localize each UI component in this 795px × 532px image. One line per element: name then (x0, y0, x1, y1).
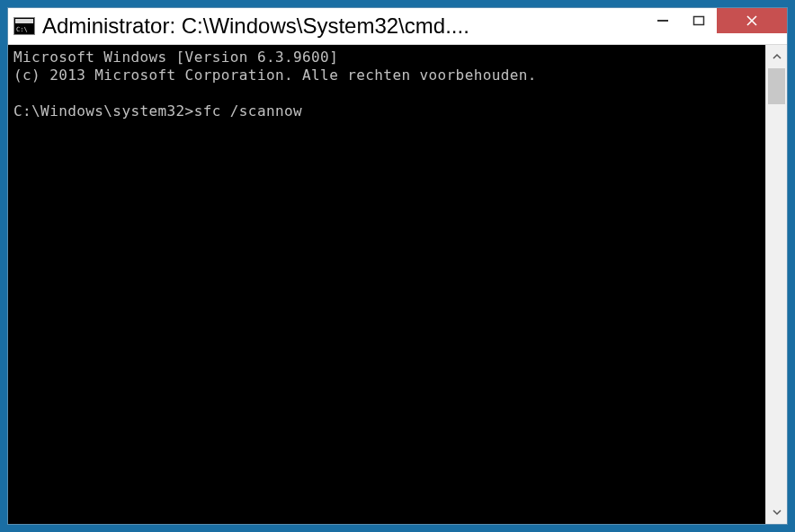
chevron-down-icon (773, 508, 782, 517)
close-button[interactable] (717, 8, 787, 33)
console-area: Microsoft Windows [Version 6.3.9600] (c)… (8, 44, 787, 524)
cmd-icon: C:\ (13, 17, 35, 35)
prompt-path: C:\Windows\system32> (13, 102, 194, 120)
version-line: Microsoft Windows [Version 6.3.9600] (13, 49, 338, 66)
title-bar[interactable]: C:\ Administrator: C:\Windows\System32\c… (8, 8, 787, 44)
prompt-line: C:\Windows\system32>sfc /scannow (13, 102, 302, 120)
typed-command: sfc /scannow (194, 102, 302, 120)
scrollbar-track[interactable] (766, 68, 787, 501)
svg-rect-1 (694, 17, 704, 25)
maximize-button[interactable] (681, 8, 717, 33)
window-title: Administrator: C:\Windows\System32\cmd..… (42, 13, 645, 39)
vertical-scrollbar[interactable] (765, 45, 787, 524)
cmd-window: C:\ Administrator: C:\Windows\System32\c… (7, 7, 788, 525)
outer-frame: C:\ Administrator: C:\Windows\System32\c… (0, 0, 795, 532)
window-controls (645, 8, 787, 35)
chevron-up-icon (773, 52, 782, 61)
scrollbar-thumb[interactable] (768, 68, 785, 104)
maximize-icon (692, 14, 705, 27)
minimize-icon (657, 14, 669, 27)
terminal-output[interactable]: Microsoft Windows [Version 6.3.9600] (c)… (8, 45, 765, 524)
copyright-line: (c) 2013 Microsoft Corporation. Alle rec… (13, 66, 537, 84)
close-icon (746, 14, 758, 27)
scroll-down-button[interactable] (766, 501, 787, 524)
minimize-button[interactable] (645, 8, 681, 33)
scroll-up-button[interactable] (766, 45, 787, 68)
